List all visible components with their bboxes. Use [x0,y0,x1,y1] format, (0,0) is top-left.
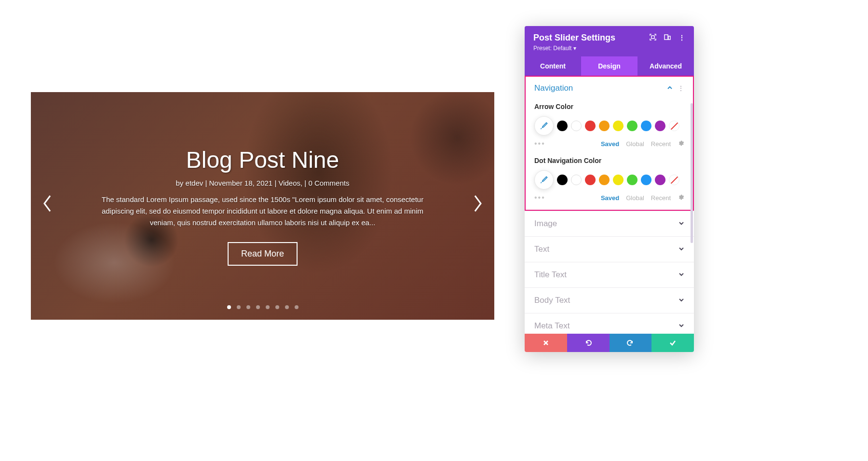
arrow-palette-tabs: Saved Global Recent [601,140,684,148]
section-body-text-header[interactable]: Body Text [525,288,694,313]
eyedropper-icon[interactable] [534,170,554,190]
panel-header: Post Slider Settings ⋮ Preset: Default ▾ [525,26,694,56]
color-swatch[interactable] [613,121,624,131]
color-swatch[interactable] [655,121,665,131]
slider-dot[interactable] [246,305,250,309]
slide-meta: by etdev | November 18, 2021 | Videos, |… [176,179,350,187]
expand-icon[interactable] [650,34,656,42]
eyedropper-icon[interactable] [534,116,554,136]
chevron-down-icon [678,297,684,304]
arrow-color-more[interactable]: ••• [534,139,545,148]
cancel-button[interactable] [525,334,567,352]
section-title-text-header[interactable]: Title Text [525,262,694,287]
svg-rect-2 [668,36,670,40]
color-swatch[interactable] [571,121,582,131]
slider-dot[interactable] [237,305,241,309]
color-swatch[interactable] [585,175,596,185]
section-meta-text-label: Meta Text [534,321,570,331]
section-meta-text-header[interactable]: Meta Text [525,313,694,334]
dot-color-more[interactable]: ••• [534,193,545,202]
slider-dots [227,305,298,309]
palette-tab-saved[interactable]: Saved [601,194,619,202]
slider-dot[interactable] [275,305,279,309]
tab-design[interactable]: Design [581,56,637,76]
settings-panel: Post Slider Settings ⋮ Preset: Default ▾… [525,26,694,352]
color-swatch[interactable] [557,121,568,131]
dot-color-label: Dot Navigation Color [534,157,684,164]
tab-advanced[interactable]: Advanced [637,56,694,76]
panel-title: Post Slider Settings [533,33,615,43]
section-navigation-label: Navigation [534,83,573,93]
section-title-text-label: Title Text [534,270,567,280]
gear-icon[interactable] [678,194,684,202]
read-more-button[interactable]: Read More [228,242,298,266]
section-navigation-header[interactable]: Navigation ⋮ [525,76,694,101]
palette-tab-global[interactable]: Global [626,140,644,148]
section-title-text: Title Text [525,262,694,288]
scrollbar[interactable] [691,103,693,243]
arrow-color-label: Arrow Color [534,103,684,110]
color-swatch[interactable] [669,175,679,185]
slider-dot[interactable] [295,305,298,309]
palette-tab-recent[interactable]: Recent [651,194,671,202]
section-image: Image [525,211,694,237]
dot-palette-tabs: Saved Global Recent [601,194,684,202]
dot-color-swatches [534,170,684,190]
chevron-down-icon [678,323,684,330]
color-swatch[interactable] [571,175,582,185]
responsive-icon[interactable] [664,34,671,42]
section-navigation: Navigation ⋮ Arrow Color ••• Saved Globa… [525,76,694,211]
color-swatch[interactable] [599,175,610,185]
section-text-header[interactable]: Text [525,237,694,262]
post-slider: Blog Post Nine by etdev | November 18, 2… [31,92,494,320]
color-swatch[interactable] [655,175,665,185]
color-swatch[interactable] [627,121,637,131]
color-swatch[interactable] [613,175,624,185]
tab-content[interactable]: Content [525,56,581,76]
slide-description: The standard Lorem Ipsum passage, used s… [89,194,436,229]
panel-tabs: Content Design Advanced [525,56,694,76]
preset-dropdown[interactable]: Preset: Default ▾ [533,45,685,52]
chevron-down-icon [678,271,684,279]
section-text: Text [525,237,694,262]
section-meta-text: Meta Text [525,313,694,334]
section-text-label: Text [534,244,549,254]
color-swatch[interactable] [641,121,651,131]
section-body-text-label: Body Text [534,296,570,305]
gear-icon[interactable] [678,140,684,148]
chevron-down-icon [678,246,684,253]
color-swatch[interactable] [599,121,610,131]
slider-dot[interactable] [266,305,270,309]
section-body-text: Body Text [525,288,694,313]
color-swatch[interactable] [585,121,596,131]
slide-title: Blog Post Nine [186,147,339,173]
color-swatch[interactable] [557,175,568,185]
color-swatch[interactable] [627,175,637,185]
chevron-up-icon [667,85,673,92]
svg-rect-1 [665,35,668,40]
slider-prev-button[interactable] [41,194,53,218]
slider-dot[interactable] [256,305,260,309]
section-kebab-icon[interactable]: ⋮ [678,84,684,92]
slider-next-button[interactable] [472,194,484,218]
kebab-menu-icon[interactable]: ⋮ [678,34,685,42]
panel-body: Navigation ⋮ Arrow Color ••• Saved Globa… [525,76,694,334]
color-swatch[interactable] [669,121,679,131]
palette-tab-saved[interactable]: Saved [601,140,619,148]
arrow-color-swatches [534,116,684,136]
section-image-label: Image [534,219,557,229]
palette-tab-recent[interactable]: Recent [651,140,671,148]
redo-button[interactable] [610,334,652,352]
palette-tab-global[interactable]: Global [626,194,644,202]
slider-dot[interactable] [227,305,231,309]
save-button[interactable] [651,334,694,352]
panel-footer [525,334,694,352]
undo-button[interactable] [567,334,610,352]
section-image-header[interactable]: Image [525,211,694,236]
svg-rect-0 [651,36,654,39]
color-swatch[interactable] [641,175,651,185]
slider-dot[interactable] [285,305,289,309]
chevron-down-icon [678,220,684,228]
